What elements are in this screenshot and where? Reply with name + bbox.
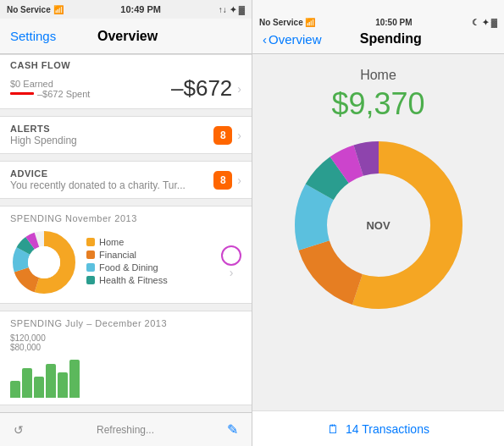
- left-nav-bar: Settings Overview: [0, 19, 252, 54]
- spent-line: [10, 92, 34, 95]
- donut-label: NOV: [366, 219, 390, 232]
- bar-4: [46, 364, 56, 398]
- legend-home: Home: [86, 237, 209, 247]
- donut-small-chart: [10, 229, 78, 296]
- cash-flow-amount: –$672: [171, 75, 232, 102]
- bar-2: [22, 368, 32, 398]
- left-status-right: ↑↓ ✦ ▓: [219, 5, 245, 14]
- legend-financial: Financial: [86, 250, 209, 260]
- spending-chart-row: Home Financial Food & Dining Health & Fi…: [10, 229, 241, 296]
- bar-chart-area: [10, 355, 241, 398]
- cash-flow-chevron[interactable]: ›: [237, 82, 241, 96]
- advice-right: 8 ›: [213, 171, 241, 190]
- right-content: Home $9,370 NOV: [252, 54, 504, 410]
- right-panel: No Service 📶 10:50 PM ☾ ✦ ▓ ‹ Overview S…: [252, 0, 504, 446]
- svg-point-6: [28, 246, 60, 278]
- spending-bar-section: SPENDING July – December 2013 $120,000 $…: [0, 311, 252, 405]
- transactions-icon: 🗒: [327, 422, 339, 436]
- right-status-bar: No Service 📶 10:50 PM ☾ ✦ ▓: [252, 13, 504, 31]
- back-label: Overview: [269, 32, 322, 47]
- selector-area: ›: [221, 245, 241, 279]
- spent-label: –$672 Spent: [37, 89, 90, 99]
- alerts-subtitle: High Spending: [10, 135, 213, 146]
- refresh-icon: ↺: [14, 423, 24, 437]
- spending-chevron[interactable]: ›: [230, 266, 234, 279]
- bluetooth-icon: ✦: [230, 5, 236, 14]
- left-panel: No Service 📶 10:49 PM ↑↓ ✦ ▓ Settings Ov…: [0, 0, 252, 446]
- left-bottom-bar: ↺ Refreshing... ✎: [0, 412, 252, 446]
- right-bluetooth-icon: ✦: [482, 18, 489, 27]
- alerts-title: ALERTS: [10, 124, 213, 134]
- spending-amount: $9,370: [331, 86, 424, 122]
- bar-3: [34, 377, 44, 398]
- bar-labels: $120,000 $80,000: [10, 333, 241, 352]
- bar-6: [69, 360, 80, 398]
- right-battery-icon: ▓: [491, 18, 497, 27]
- legend-label-food: Food & Dining: [99, 262, 158, 273]
- alerts-left: ALERTS High Spending: [10, 124, 213, 146]
- legend-label-home: Home: [99, 237, 124, 247]
- transactions-text: 14 Transactions: [346, 422, 429, 436]
- settings-button[interactable]: Settings: [10, 29, 56, 43]
- arrow-icon: ↑↓: [219, 5, 227, 14]
- right-status-left: No Service 📶: [259, 18, 315, 27]
- battery-icon: ▓: [239, 5, 245, 14]
- refreshing-text: Refreshing...: [97, 424, 154, 436]
- advice-row[interactable]: ADVICE You recently donated to a charity…: [0, 161, 252, 199]
- no-service-text: No Service: [7, 5, 51, 14]
- right-moon-icon: ☾: [472, 18, 479, 27]
- transactions-bar[interactable]: 🗒 14 Transactions: [252, 410, 504, 446]
- legend-circle-selector[interactable]: [221, 245, 241, 266]
- bar-1: [10, 381, 20, 398]
- wifi-icon: 📶: [53, 5, 64, 14]
- right-time: 10:50 PM: [375, 18, 412, 27]
- spending-label-2: SPENDING: [10, 318, 62, 328]
- spending-title: Spending: [360, 31, 422, 47]
- cash-flow-header: CASH FLOW: [0, 55, 252, 72]
- spending-nov-title: SPENDING November 2013: [10, 213, 241, 223]
- alerts-chevron[interactable]: ›: [237, 129, 241, 142]
- right-wifi-icon: 📶: [305, 18, 315, 27]
- back-chevron-icon: ‹: [263, 32, 267, 47]
- legend-dot-financial: [86, 251, 95, 259]
- spending-label-1: SPENDING: [10, 213, 62, 223]
- left-status-bar: No Service 📶 10:49 PM ↑↓ ✦ ▓: [0, 0, 252, 19]
- advice-chevron[interactable]: ›: [237, 173, 241, 187]
- legend-label-health: Health & Fitness: [99, 275, 168, 285]
- advice-badge: 8: [213, 171, 232, 190]
- left-scroll-content: CASH FLOW $0 Earned –$672 Spent –$672 › …: [0, 54, 252, 412]
- spending-bar-title: SPENDING July – December 2013: [10, 318, 241, 328]
- legend: Home Financial Food & Dining Health & Fi…: [86, 237, 209, 288]
- bar-label-120k: $120,000: [10, 333, 241, 343]
- alerts-badge: 8: [213, 126, 232, 145]
- overview-back-button[interactable]: ‹ Overview: [263, 32, 322, 47]
- alerts-right: 8 ›: [213, 126, 241, 145]
- donut-large-container: NOV: [285, 132, 472, 318]
- advice-subtitle: You recently donated to a charity. Tur..…: [10, 179, 213, 191]
- right-no-service: No Service: [259, 18, 303, 27]
- bar-5: [58, 372, 68, 398]
- right-nav-row: ‹ Overview Spending: [252, 31, 504, 47]
- left-status-left: No Service 📶: [7, 5, 64, 14]
- overview-title: Overview: [97, 29, 158, 44]
- legend-dot-food: [86, 263, 95, 272]
- cash-flow-section: CASH FLOW $0 Earned –$672 Spent –$672 ›: [0, 54, 252, 109]
- category-label: Home: [360, 68, 396, 83]
- advice-title: ADVICE: [10, 168, 213, 179]
- spending-period-1: November 2013: [65, 213, 137, 223]
- bar-label-80k: $80,000: [10, 343, 241, 352]
- left-time: 10:49 PM: [120, 4, 161, 14]
- legend-health: Health & Fitness: [86, 275, 209, 285]
- edit-icon[interactable]: ✎: [227, 421, 238, 438]
- right-status-right: ☾ ✦ ▓: [472, 18, 497, 27]
- legend-label-financial: Financial: [99, 250, 136, 260]
- alerts-row[interactable]: ALERTS High Spending 8 ›: [0, 116, 252, 154]
- spending-period-2: July – December 2013: [65, 318, 167, 328]
- cash-flow-labels: $0 Earned –$672 Spent: [10, 79, 171, 99]
- legend-food: Food & Dining: [86, 262, 209, 273]
- advice-left: ADVICE You recently donated to a charity…: [10, 168, 213, 191]
- spending-nov-section: SPENDING November 2013: [0, 206, 252, 304]
- cash-flow-row: $0 Earned –$672 Spent –$672 ›: [0, 72, 252, 108]
- spent-row: –$672 Spent: [10, 89, 171, 99]
- right-nav-bar: No Service 📶 10:50 PM ☾ ✦ ▓ ‹ Overview S…: [252, 0, 504, 54]
